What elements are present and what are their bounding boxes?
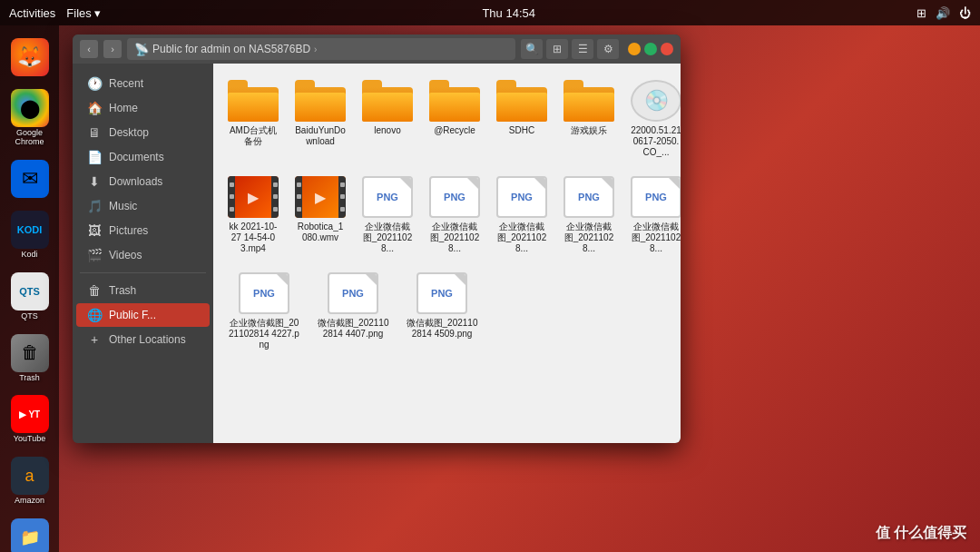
file-label: @Recycle (434, 125, 475, 136)
list-item[interactable]: PNG 企业微信截图_20211028... (627, 171, 681, 260)
film-strip-right (338, 176, 346, 218)
dock-item-chrome[interactable]: ⬤ Google Chrome (6, 85, 54, 151)
sidebar-item-documents[interactable]: 📄 Documents (76, 145, 210, 169)
chrome-icon: ⬤ (11, 89, 49, 127)
firefox-icon: 🦊 (11, 38, 49, 76)
sidebar-item-music[interactable]: 🎵 Music (76, 194, 210, 218)
folder-icon (295, 80, 346, 122)
film-strip-right (271, 176, 279, 218)
forward-button[interactable]: › (103, 40, 122, 58)
file-label: 企业微信截图_20211028... (631, 222, 681, 254)
power-icon[interactable]: ⏻ (959, 6, 971, 20)
back-button[interactable]: ‹ (80, 40, 98, 58)
sidebar-item-other-locations[interactable]: + Other Locations (76, 328, 210, 351)
list-item[interactable]: AMD台式机备份 (224, 74, 282, 163)
dock-item-kodi[interactable]: KODI Kodi (6, 207, 54, 263)
desktop-icon: 🖥 (87, 125, 102, 140)
sidebar-item-public[interactable]: 🌐 Public F... (76, 303, 210, 327)
sidebar-item-pictures[interactable]: 🖼 Pictures (76, 219, 210, 242)
files-row-3: PNG 企业微信截图_2021102814 4227.png PNG 微信截图_… (224, 267, 670, 356)
folder-icon (496, 80, 547, 122)
file-label: Robotica_1080.wmv (295, 222, 346, 243)
png-icon: PNG (429, 176, 480, 218)
dock-item-nas[interactable]: 📁 Public for admin on NAS5876... (6, 515, 54, 552)
list-item[interactable]: PNG 企业微信截图_20211028... (493, 171, 551, 260)
home-icon: 🏠 (87, 101, 102, 115)
sidebar-documents-label: Documents (109, 151, 164, 163)
video-icon (228, 176, 279, 218)
list-item[interactable]: lenovo (358, 74, 416, 163)
file-label: 企业微信截图_20211028... (362, 222, 413, 254)
png-icon: PNG (362, 176, 413, 218)
list-item[interactable]: 💿 22000.51.210617-2050.CO_... (627, 74, 681, 163)
settings-button[interactable]: ⚙ (597, 39, 619, 59)
files-menu[interactable]: Files ▾ (66, 6, 101, 20)
list-item[interactable]: @Recycle (426, 74, 484, 163)
minimize-button[interactable] (628, 43, 641, 55)
search-button[interactable]: 🔍 (521, 39, 543, 59)
list-item[interactable]: kk 2021-10-27 14-54-03.mp4 (224, 171, 282, 260)
disk-icon: 💿 (631, 80, 681, 122)
png-icon: PNG (631, 176, 681, 218)
sidebar-trash-label: Trash (109, 284, 136, 297)
png-icon: PNG (564, 176, 614, 218)
png-icon: PNG (239, 272, 289, 314)
path-bar[interactable]: 📡 Public for admin on NAS5876BD › (127, 38, 515, 60)
sidebar-pictures-label: Pictures (109, 224, 148, 237)
system-clock: Thu 14:54 (482, 6, 535, 20)
activities-button[interactable]: Activities (9, 6, 55, 20)
grid-view-button[interactable]: ⊞ (546, 39, 568, 59)
dock-item-thunderbird[interactable]: ✉ (6, 156, 54, 202)
path-label: Public for admin on NAS5876BD (152, 43, 310, 55)
sidebar-item-home[interactable]: 🏠 Home (76, 96, 210, 120)
sidebar-item-videos[interactable]: 🎬 Videos (76, 243, 210, 267)
list-item[interactable]: PNG 企业微信截图_20211028... (426, 171, 484, 260)
file-label: kk 2021-10-27 14-54-03.mp4 (228, 222, 279, 254)
list-item[interactable]: PNG 微信截图_2021102814 4509.png (402, 267, 482, 356)
volume-icon[interactable]: 🔊 (936, 6, 950, 20)
dock-item-youtube[interactable]: ▶ YT YouTube (6, 391, 54, 448)
file-label: 微信截图_2021102814 4509.png (406, 318, 478, 340)
file-label: BaiduYunDownload (295, 125, 346, 147)
maximize-button[interactable] (644, 43, 657, 55)
dock: 🦊 ⬤ Google Chrome ✉ KODI Kodi QTS QTS 🗑 … (0, 25, 59, 552)
dock-item-amazon[interactable]: a Amazon (6, 453, 54, 509)
list-item[interactable]: PNG 微信截图_2021102814 4407.png (313, 267, 393, 356)
png-icon: PNG (328, 272, 378, 314)
sidebar-item-downloads[interactable]: ⬇ Downloads (76, 170, 210, 193)
list-item[interactable]: SDHC (493, 74, 551, 163)
list-item[interactable]: PNG 企业微信截图_20211028... (358, 171, 416, 260)
dock-item-trash[interactable]: 🗑 Trash (6, 330, 54, 387)
network-icon[interactable]: ⊞ (916, 6, 926, 20)
sidebar-divider (80, 272, 206, 273)
file-label: 22000.51.210617-2050.CO_... (631, 125, 681, 158)
list-item[interactable]: PNG 企业微信截图_20211028... (560, 171, 618, 260)
videos-icon: 🎬 (87, 248, 102, 262)
video-icon (295, 176, 346, 218)
sidebar-item-recent[interactable]: 🕐 Recent (76, 72, 210, 95)
close-button[interactable] (661, 43, 673, 55)
list-view-button[interactable]: ☰ (572, 39, 593, 59)
file-label: SDHC (509, 125, 534, 136)
dock-amazon-label: Amazon (15, 497, 44, 506)
dock-trash-label: Trash (19, 374, 40, 383)
dock-kodi-label: Kodi (21, 251, 37, 260)
sidebar-item-desktop[interactable]: 🖥 Desktop (76, 121, 210, 144)
dock-youtube-label: YouTube (14, 435, 45, 444)
file-label: 企业微信截图_20211028... (429, 222, 480, 254)
list-item[interactable]: 游戏娱乐 (560, 74, 618, 163)
folder-icon (429, 80, 480, 122)
list-item[interactable]: BaiduYunDownload (291, 74, 349, 163)
folder-icon (362, 80, 413, 122)
nas-icon: 📁 (11, 518, 49, 552)
file-label: 企业微信截图_20211028... (496, 222, 547, 254)
file-label: 游戏娱乐 (571, 125, 607, 136)
files-area: AMD台式机备份 BaiduYunDownload (213, 64, 681, 443)
sidebar-item-trash[interactable]: 🗑 Trash (76, 279, 210, 302)
list-item[interactable]: PNG 企业微信截图_2021102814 4227.png (224, 267, 304, 356)
dock-item-firefox[interactable]: 🦊 (6, 34, 54, 80)
list-item[interactable]: Robotica_1080.wmv (291, 171, 349, 260)
dock-item-qts[interactable]: QTS QTS (6, 269, 54, 325)
dock-chrome-label: Google Chrome (8, 129, 52, 147)
pictures-icon: 🖼 (87, 223, 102, 238)
